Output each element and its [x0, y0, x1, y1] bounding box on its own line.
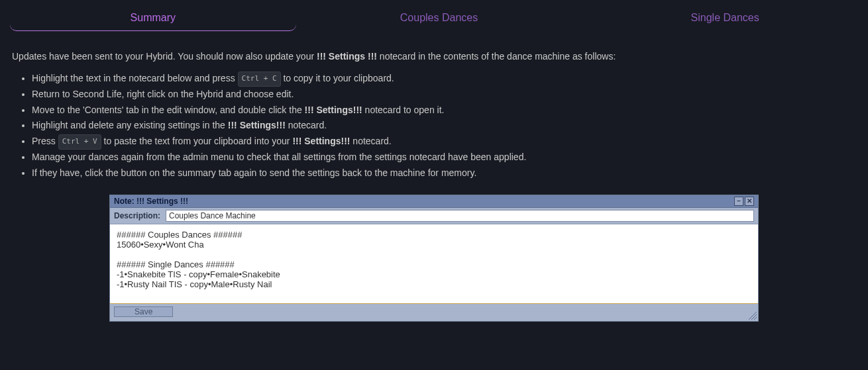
intro-pre: Updates have been sent to your Hybrid. Y… — [12, 51, 317, 62]
notecard-footer: Save — [110, 304, 758, 321]
save-button[interactable]: Save — [114, 306, 173, 317]
panel: Summary Couples Dances Single Dances Upd… — [0, 0, 868, 370]
notecard-description-row: Description: — [110, 208, 758, 224]
tab-bar: Summary Couples Dances Single Dances — [0, 0, 868, 31]
intro-text: Updates have been sent to your Hybrid. Y… — [12, 51, 856, 62]
tab-single-dances[interactable]: Single Dances — [582, 0, 868, 31]
step-2: Return to Second Life, right click on th… — [32, 87, 856, 103]
step-6: Manage your dances again from the admin … — [32, 150, 856, 165]
kbd-paste: Ctrl + V — [58, 134, 101, 150]
notecard-title: Note: !!! Settings !!! — [114, 197, 733, 206]
kbd-copy: Ctrl + C — [238, 71, 281, 87]
step-4: Highlight and delete any existing settin… — [32, 118, 856, 134]
close-button[interactable]: ✕ — [745, 197, 754, 206]
notecard-body[interactable]: ###### Couples Dances ###### 15060•Sexy•… — [110, 224, 758, 304]
step-3a: Move to the 'Contents' tab in the edit w… — [32, 105, 305, 115]
step-5a: Press — [32, 136, 58, 146]
step-1a: Highlight the text in the notecard below… — [32, 73, 238, 83]
step-5c: notecard. — [350, 136, 391, 146]
notecard-window: Note: !!! Settings !!! – ✕ Description: … — [109, 195, 759, 322]
step-3b: notecard to open it. — [362, 105, 445, 115]
step-7: If they have, click the button on the su… — [32, 165, 856, 181]
step-3: Move to the 'Contents' tab in the edit w… — [32, 103, 856, 118]
step-4b: notecard. — [286, 120, 327, 130]
step-5-bold: !!! Settings!!! — [292, 136, 350, 146]
intro-bold: !!! Settings !!! — [317, 51, 377, 62]
tab-couples-dances[interactable]: Couples Dances — [296, 0, 582, 31]
step-5b: to paste the text from your clipboard in… — [101, 136, 293, 146]
instruction-list: Highlight the text in the notecard below… — [12, 71, 856, 181]
minimize-button[interactable]: – — [734, 197, 743, 206]
step-1: Highlight the text in the notecard below… — [32, 71, 856, 87]
tab-content: Updates have been sent to your Hybrid. Y… — [0, 31, 868, 328]
step-1b: to copy it to your clipboard. — [281, 73, 394, 83]
resize-handle[interactable] — [749, 312, 757, 320]
notecard-titlebar[interactable]: Note: !!! Settings !!! – ✕ — [110, 195, 758, 208]
description-input[interactable] — [166, 210, 754, 222]
step-4-bold: !!! Settings!!! — [228, 120, 286, 130]
step-3-bold: !!! Settings!!! — [305, 105, 362, 115]
description-label: Description: — [114, 211, 160, 220]
intro-post: notecard in the contents of the dance ma… — [377, 51, 616, 62]
tab-summary[interactable]: Summary — [10, 0, 296, 31]
step-5: Press Ctrl + V to paste the text from yo… — [32, 134, 856, 150]
step-4a: Highlight and delete any existing settin… — [32, 120, 228, 130]
